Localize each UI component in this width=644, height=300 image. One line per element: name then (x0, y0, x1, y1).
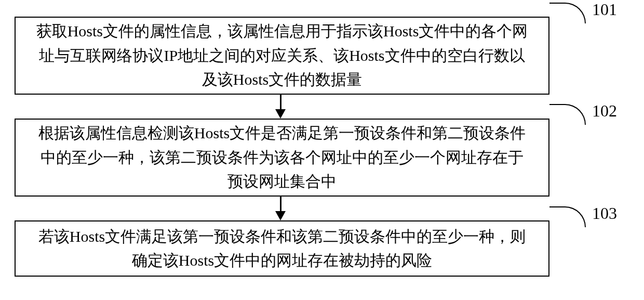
step-101-text: 获取Hosts文件的属性信息，该属性信息用于指示该Hosts文件中的各个网址与互… (35, 19, 529, 92)
arrow-2-head (275, 211, 286, 220)
step-103-text: 若该Hosts文件满足该第一预设条件和该第二预设条件中的至少一种，则确定该Hos… (35, 225, 529, 273)
arrow-2-shaft (280, 197, 281, 212)
step-101-box: 获取Hosts文件的属性信息，该属性信息用于指示该Hosts文件中的各个网址与互… (15, 17, 549, 95)
label-102: 102 (592, 101, 617, 121)
arrow-1-shaft (280, 95, 281, 110)
callout-102 (549, 104, 586, 125)
callout-103 (549, 206, 586, 227)
flowchart-canvas: 获取Hosts文件的属性信息，该属性信息用于指示该Hosts文件中的各个网址与互… (0, 0, 644, 300)
label-101: 101 (592, 0, 617, 19)
arrow-1-head (275, 109, 286, 119)
step-102-text: 根据该属性信息检测该Hosts文件是否满足第一预设条件和第二预设条件中的至少一种… (35, 121, 529, 194)
callout-101 (549, 3, 586, 23)
label-103: 103 (592, 204, 617, 223)
step-102-box: 根据该属性信息检测该Hosts文件是否满足第一预设条件和第二预设条件中的至少一种… (15, 119, 549, 197)
step-103-box: 若该Hosts文件满足该第一预设条件和该第二预设条件中的至少一种，则确定该Hos… (15, 220, 549, 277)
